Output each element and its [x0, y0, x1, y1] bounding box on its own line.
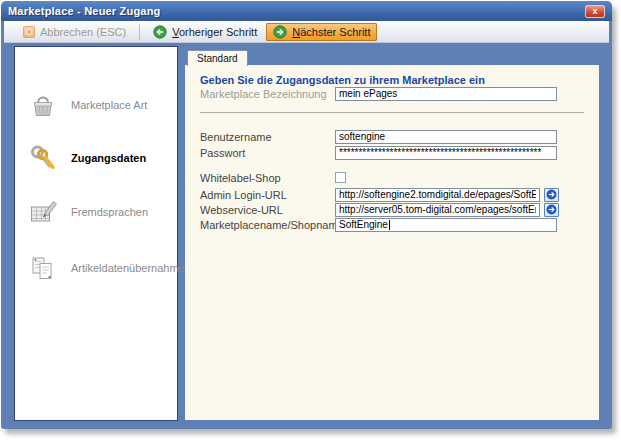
- shopname-input[interactable]: SoftEngine: [335, 218, 557, 232]
- green-back-arrow-icon: [153, 25, 167, 39]
- toolbar-separator: [139, 24, 140, 40]
- field-row-bezeichnung: Marketplace Bezeichnung: [200, 86, 557, 101]
- admin-url-input[interactable]: [335, 188, 540, 202]
- titlebar[interactable]: Marketplace - Neuer Zugang x: [1, 1, 612, 21]
- documents-icon: [28, 253, 58, 283]
- basket-icon: [28, 90, 58, 120]
- next-step-label: Nächster Schritt: [292, 26, 370, 38]
- bezeichnung-label: Marketplace Bezeichnung: [200, 88, 335, 100]
- admin-url-label: Admin Login-URL: [200, 189, 335, 201]
- sidebar-item-label: Zugangsdaten: [71, 152, 146, 164]
- table-pencil-icon: [28, 197, 58, 227]
- webservice-url-input[interactable]: [335, 203, 540, 217]
- field-row-webservice-url: Webservice-URL: [200, 202, 559, 217]
- bezeichnung-input[interactable]: [335, 87, 557, 101]
- sidebar-item-artikeldatenuebernahme[interactable]: Artikeldatenübernahme: [15, 250, 177, 286]
- form-separator: [200, 112, 584, 113]
- cancel-button[interactable]: Abbrechen (ESC): [16, 23, 133, 41]
- sidebar-item-label: Marketplace Art: [71, 99, 147, 111]
- wizard-sidebar: Marketplace Art Zugangsdaten: [14, 46, 178, 421]
- passwort-input[interactable]: [335, 146, 557, 160]
- next-step-button[interactable]: Nächster Schritt: [266, 23, 377, 41]
- form-panel: Geben Sie die Zugangsdaten zu ihrem Mark…: [185, 65, 599, 420]
- field-row-benutzername: Benutzername: [200, 129, 557, 144]
- field-row-passwort: Passwort: [200, 145, 557, 160]
- go-arrow-icon: [546, 189, 557, 200]
- webservice-url-go-button[interactable]: [544, 203, 559, 217]
- close-button[interactable]: x: [585, 5, 605, 18]
- shopname-value: SoftEngine: [339, 219, 388, 230]
- admin-url-go-button[interactable]: [544, 188, 559, 202]
- whitelabel-checkbox[interactable]: [335, 172, 346, 183]
- sidebar-item-label: Artikeldatenübernahme: [71, 262, 185, 274]
- benutzername-label: Benutzername: [200, 131, 335, 143]
- sidebar-item-fremdsprachen[interactable]: Fremdsprachen: [15, 194, 177, 230]
- benutzername-input[interactable]: [335, 130, 557, 144]
- panel-heading: Geben Sie die Zugangsdaten zu ihrem Mark…: [200, 74, 485, 86]
- green-forward-arrow-icon: [273, 25, 287, 39]
- sidebar-item-zugangsdaten[interactable]: Zugangsdaten: [15, 140, 177, 176]
- previous-step-label: Vorheriger Schritt: [172, 26, 257, 38]
- text-caret: [389, 220, 390, 230]
- go-arrow-icon: [546, 204, 557, 215]
- cancel-icon: [23, 26, 35, 38]
- shopname-label: Marketplacename/Shopname: [200, 219, 335, 231]
- sidebar-item-marketplace-art[interactable]: Marketplace Art: [15, 87, 177, 123]
- screen: Marketplace - Neuer Zugang x Abbrechen (…: [0, 0, 621, 443]
- dialog-window: Marketplace - Neuer Zugang x Abbrechen (…: [1, 1, 612, 429]
- field-row-admin-url: Admin Login-URL: [200, 187, 559, 202]
- cancel-label: Abbrechen (ESC): [40, 26, 126, 38]
- keys-icon: [28, 143, 58, 173]
- sidebar-item-label: Fremdsprachen: [71, 206, 148, 218]
- field-row-whitelabel: Whitelabel-Shop: [200, 170, 346, 185]
- tab-standard[interactable]: Standard: [187, 50, 248, 66]
- window-title: Marketplace - Neuer Zugang: [8, 5, 161, 17]
- toolbar: Abbrechen (ESC) Vorheriger Schritt Nächs…: [4, 21, 609, 43]
- passwort-label: Passwort: [200, 147, 335, 159]
- field-row-shopname: Marketplacename/Shopname SoftEngine: [200, 217, 557, 232]
- webservice-url-label: Webservice-URL: [200, 204, 335, 216]
- whitelabel-label: Whitelabel-Shop: [200, 172, 335, 184]
- previous-step-button[interactable]: Vorheriger Schritt: [146, 23, 264, 41]
